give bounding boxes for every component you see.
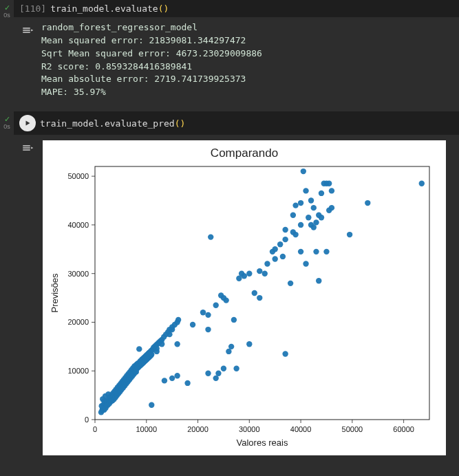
svg-point-200 xyxy=(288,281,293,286)
svg-text:20000: 20000 xyxy=(187,425,209,433)
svg-text:Comparando: Comparando xyxy=(211,147,278,160)
svg-point-185 xyxy=(246,341,252,347)
svg-text:0: 0 xyxy=(93,425,97,433)
svg-point-182 xyxy=(236,276,242,281)
svg-point-177 xyxy=(223,297,228,303)
svg-point-191 xyxy=(264,261,270,266)
svg-point-225 xyxy=(326,181,332,186)
svg-point-168 xyxy=(205,327,211,332)
svg-point-231 xyxy=(419,181,425,186)
svg-text:30000: 30000 xyxy=(239,425,260,433)
cell-body: [110] train_model.evaluate() random_fore… xyxy=(14,0,459,100)
svg-point-165 xyxy=(190,322,195,327)
svg-text:Previsões: Previsões xyxy=(50,273,60,313)
svg-point-195 xyxy=(277,241,283,247)
svg-text:20000: 20000 xyxy=(67,318,89,327)
code-cell-2: ✓ 0s train_model.evaluate_pred() Compara… xyxy=(0,111,459,461)
svg-point-220 xyxy=(319,191,324,196)
svg-point-186 xyxy=(246,271,252,277)
output-toggle-icon[interactable] xyxy=(21,24,34,96)
code-text[interactable]: train_model.evaluate_pred() xyxy=(40,118,185,129)
cell-status-gutter: ✓ 0s xyxy=(0,111,14,461)
svg-point-176 xyxy=(221,366,226,371)
output-gutter xyxy=(14,138,41,461)
out-line: Mean squared error: 21839081.344297472 xyxy=(41,35,246,45)
svg-point-162 xyxy=(169,376,175,381)
svg-text:Valores reais: Valores reais xyxy=(237,437,288,448)
svg-point-147 xyxy=(159,341,164,347)
svg-rect-1 xyxy=(95,166,429,420)
exec-count-label: [110] xyxy=(19,3,46,14)
svg-point-109 xyxy=(136,346,142,351)
svg-point-189 xyxy=(257,295,262,301)
svg-point-154 xyxy=(169,327,175,332)
svg-point-212 xyxy=(308,197,314,203)
out-line: random_forest_regressor_model xyxy=(41,22,198,32)
svg-point-211 xyxy=(306,215,311,220)
svg-point-158 xyxy=(175,317,181,323)
svg-text:40000: 40000 xyxy=(290,425,312,433)
svg-point-216 xyxy=(313,219,319,225)
svg-point-210 xyxy=(303,188,308,193)
svg-point-166 xyxy=(200,310,206,315)
exec-time: 0s xyxy=(3,124,10,130)
svg-point-171 xyxy=(213,376,219,381)
svg-text:40000: 40000 xyxy=(67,221,89,229)
svg-point-209 xyxy=(303,261,308,266)
svg-point-203 xyxy=(292,202,298,208)
svg-point-208 xyxy=(301,169,306,174)
svg-point-190 xyxy=(262,271,268,277)
svg-point-184 xyxy=(242,273,247,279)
output-text: random_forest_regressor_model Mean squar… xyxy=(41,20,262,100)
svg-point-230 xyxy=(365,200,370,206)
svg-text:0: 0 xyxy=(85,415,89,424)
svg-point-160 xyxy=(154,349,160,354)
svg-point-227 xyxy=(329,205,334,210)
code-input-row[interactable]: train_model.evaluate_pred() xyxy=(14,111,459,135)
svg-point-170 xyxy=(208,234,213,239)
code-cell-1: ✓ 0s [110] train_model.evaluate() random… xyxy=(0,0,459,100)
svg-point-219 xyxy=(316,278,321,283)
svg-text:10000: 10000 xyxy=(136,425,157,433)
svg-point-169 xyxy=(205,371,211,376)
svg-text:10000: 10000 xyxy=(67,367,89,375)
svg-point-159 xyxy=(149,402,154,408)
svg-point-201 xyxy=(290,213,296,218)
svg-point-217 xyxy=(313,249,319,255)
out-line: MAPE: 35.97% xyxy=(41,87,106,97)
svg-point-157 xyxy=(174,341,180,347)
svg-point-207 xyxy=(298,200,303,206)
svg-text:30000: 30000 xyxy=(67,270,89,278)
svg-point-173 xyxy=(215,371,221,376)
svg-point-179 xyxy=(228,344,234,349)
svg-point-214 xyxy=(311,224,317,230)
svg-point-178 xyxy=(226,349,231,354)
svg-point-152 xyxy=(167,332,172,337)
svg-point-164 xyxy=(184,380,190,386)
cell-body: train_model.evaluate_pred() Comparando01… xyxy=(14,111,459,461)
svg-point-167 xyxy=(205,312,211,318)
out-line: R2 score: 0.8593284416389841 xyxy=(41,61,192,72)
svg-text:50000: 50000 xyxy=(342,425,363,433)
svg-point-223 xyxy=(323,249,329,255)
cell-status-gutter: ✓ 0s xyxy=(0,0,14,100)
output-toggle-icon[interactable] xyxy=(21,142,34,457)
exec-time: 0s xyxy=(3,12,10,19)
svg-point-215 xyxy=(311,205,317,210)
svg-point-198 xyxy=(282,227,288,232)
svg-point-161 xyxy=(162,378,167,383)
svg-point-163 xyxy=(174,373,180,378)
svg-point-180 xyxy=(231,317,237,323)
check-icon: ✓ xyxy=(4,116,10,123)
svg-point-135 xyxy=(149,351,154,357)
code-text[interactable]: train_model.evaluate() xyxy=(50,3,169,14)
output-gutter xyxy=(14,20,41,100)
out-line: Mean absolute error: 2719.741739925373 xyxy=(41,74,246,84)
code-input-row[interactable]: [110] train_model.evaluate() xyxy=(14,0,459,17)
run-cell-button[interactable] xyxy=(19,115,36,131)
svg-point-221 xyxy=(319,215,324,220)
scatter-plot: Comparando010000200003000040000500006000… xyxy=(45,143,443,453)
out-line: Sqrt Mean squared error: 4673.2302900988… xyxy=(41,48,262,58)
svg-point-205 xyxy=(298,249,303,255)
svg-point-199 xyxy=(282,351,288,356)
